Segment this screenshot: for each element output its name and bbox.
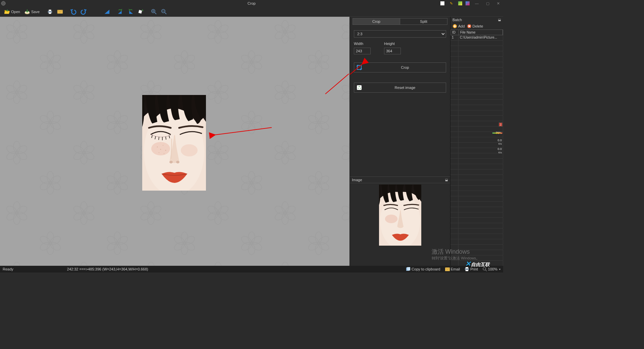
table-row[interactable] [450, 110, 503, 116]
table-row[interactable] [450, 191, 503, 196]
table-row[interactable] [450, 164, 503, 169]
table-row[interactable] [450, 67, 503, 73]
table-row[interactable] [450, 245, 503, 250]
table-row[interactable] [450, 41, 503, 46]
svg-point-0 [1, 1, 5, 5]
rotate-left-button[interactable] [116, 8, 125, 15]
status-email-button[interactable]: Email [445, 267, 460, 271]
undo-icon [70, 9, 76, 15]
tab-crop[interactable]: Crop [353, 18, 400, 24]
width-input[interactable] [354, 48, 371, 54]
batch-add-button[interactable]: Add [452, 24, 465, 29]
stray-meter [492, 133, 502, 134]
zoom-out-button[interactable] [160, 8, 168, 15]
table-row[interactable] [450, 229, 503, 234]
table-row[interactable] [450, 175, 503, 180]
print-button[interactable] [46, 8, 54, 15]
table-row[interactable] [450, 116, 503, 121]
color-swatch-white[interactable] [440, 1, 444, 5]
minimize-button[interactable]: — [473, 1, 481, 6]
table-row[interactable] [450, 137, 503, 143]
redo-button[interactable] [79, 8, 88, 15]
table-row[interactable] [450, 202, 503, 207]
table-row[interactable] [450, 186, 503, 191]
flip-vertical-button[interactable] [103, 8, 111, 15]
table-row[interactable] [450, 62, 503, 67]
table-row[interactable] [450, 218, 503, 223]
open-label: Open [11, 10, 20, 14]
table-row[interactable] [450, 234, 503, 239]
open-button[interactable]: Open [3, 8, 21, 15]
rotate-free-icon [138, 9, 144, 15]
color-swatch-multi-1[interactable] [458, 1, 462, 5]
app-icon [0, 0, 7, 7]
close-button[interactable]: ✕ [495, 1, 502, 6]
crop-button[interactable]: Crop [354, 62, 446, 72]
table-row[interactable] [450, 89, 503, 94]
table-row[interactable] [450, 255, 503, 261]
svg-point-40 [159, 152, 159, 153]
table-row[interactable] [450, 51, 503, 57]
canvas-area[interactable] [0, 17, 350, 266]
status-zoom[interactable]: 100% ▾ [483, 267, 500, 271]
table-row[interactable] [450, 153, 503, 159]
table-row[interactable] [450, 84, 503, 89]
copy-clipboard-button[interactable]: Copy to clipboard [406, 267, 440, 271]
table-row[interactable] [450, 100, 503, 105]
batch-delete-button[interactable]: Delete [467, 24, 483, 29]
batch-table-header: ID File Name [450, 30, 503, 35]
save-button[interactable]: Save [23, 8, 41, 15]
email-button[interactable] [56, 8, 64, 15]
zoom-in-button[interactable] [150, 8, 158, 15]
col-filename[interactable]: File Name [459, 30, 503, 35]
reset-button-label: Reset image [364, 86, 446, 90]
main-area: Crop Split 2:3 Width Height [0, 17, 503, 266]
svg-rect-64 [466, 267, 468, 268]
pin-icon[interactable]: ⬓ [445, 178, 448, 182]
table-row[interactable] [450, 73, 503, 78]
svg-line-32 [166, 137, 166, 140]
table-row[interactable] [450, 196, 503, 202]
table-row[interactable] [450, 250, 503, 255]
pin-icon[interactable]: ⬓ [498, 18, 501, 21]
aspect-ratio-select[interactable]: 2:3 [354, 30, 446, 38]
table-row[interactable] [450, 46, 503, 51]
svg-rect-5 [49, 12, 51, 14]
table-row[interactable] [450, 121, 503, 127]
table-row[interactable] [450, 180, 503, 186]
table-row[interactable] [450, 94, 503, 100]
table-row[interactable] [450, 78, 503, 84]
table-row[interactable] [450, 169, 503, 175]
col-id[interactable]: ID [451, 30, 459, 35]
table-row[interactable] [450, 105, 503, 110]
reset-image-button[interactable]: Reset image [354, 83, 446, 93]
image-preview-header: Image ⬓ [350, 177, 450, 183]
flip-horizontal-button[interactable] [93, 8, 101, 15]
color-swatch-multi-2[interactable] [466, 1, 470, 5]
table-row[interactable] [450, 159, 503, 164]
table-row[interactable] [450, 207, 503, 212]
main-toolbar: Open Save [0, 7, 503, 17]
rotate-free-button[interactable] [136, 8, 145, 15]
zoom-label: 100% [488, 267, 497, 271]
table-row[interactable] [450, 143, 503, 148]
table-row[interactable]: 1C:\Users\admin\Picture... [450, 35, 503, 41]
tab-split[interactable]: Split [400, 18, 447, 24]
pencil-icon[interactable]: ✎ [448, 1, 455, 6]
printer-icon [47, 9, 53, 15]
rotate-right-button[interactable] [126, 8, 135, 15]
maximize-button[interactable]: ▢ [484, 1, 491, 6]
table-row[interactable] [450, 212, 503, 218]
table-row[interactable] [450, 57, 503, 62]
table-row[interactable] [450, 223, 503, 229]
image-preview-title: Image [352, 178, 362, 182]
svg-point-39 [165, 150, 166, 151]
status-print-button[interactable]: Print [465, 267, 478, 271]
status-coords: 242:32 ===>485:396 (W=243,H=364,W/H=0.66… [67, 267, 148, 271]
table-row[interactable] [450, 261, 503, 266]
height-input[interactable] [384, 48, 401, 54]
undo-button[interactable] [69, 8, 78, 15]
batch-table-body[interactable]: 2 70% 0.0K/s 0.0K/s 1C:\Users\admin\Pict… [450, 35, 503, 266]
table-row[interactable] [450, 239, 503, 245]
table-row[interactable] [450, 148, 503, 153]
